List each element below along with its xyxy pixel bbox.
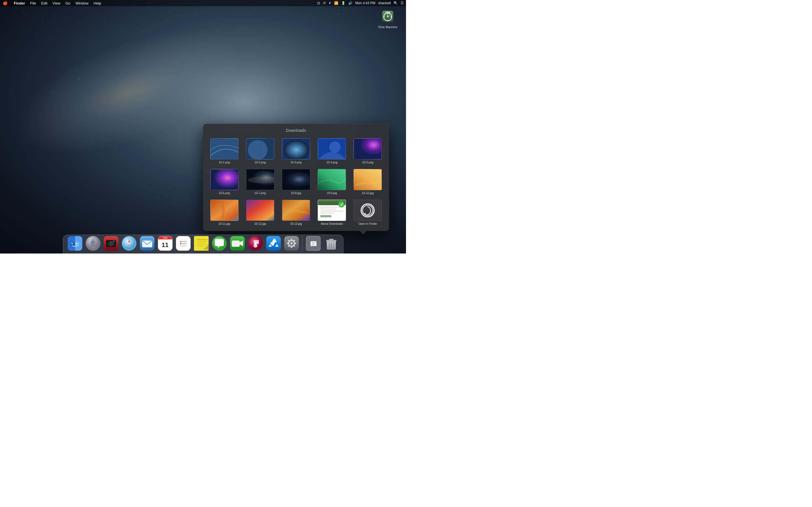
apple-menu[interactable]: 🍎: [2, 1, 8, 5]
file-item-10-1[interactable]: 10-1.png: [207, 137, 241, 165]
battery-icon: 🔋: [341, 1, 345, 5]
file-item-10-2[interactable]: 10-2.png: [243, 137, 277, 165]
file-item-10-11[interactable]: 10-11.jpg: [207, 199, 241, 226]
svg-rect-81: [182, 241, 186, 242]
svg-point-56: [72, 243, 73, 243]
dock-item-stickies[interactable]: [193, 235, 210, 252]
file-label-10-6: 10-6.png: [219, 191, 230, 194]
file-label-10-9: 10-9.jpg: [327, 191, 337, 194]
dock-item-calendar[interactable]: JUN 11: [157, 235, 174, 252]
volume-icon: 🔊: [348, 1, 352, 5]
dock-item-safari[interactable]: [121, 235, 138, 252]
downloads-grid: 10-1.png 10-2.png: [207, 137, 385, 226]
file-label-10-8: 10-8.jpg: [291, 191, 301, 194]
search-icon[interactable]: 🔍: [394, 1, 398, 5]
file-label-10-5: 10-5.png: [362, 161, 373, 164]
svg-point-54: [71, 243, 73, 244]
svg-rect-108: [294, 242, 296, 244]
downloads-dock-icon: [306, 236, 320, 251]
edit-menu[interactable]: Edit: [41, 1, 48, 5]
svg-rect-60: [91, 244, 95, 246]
dock-item-photobooth[interactable]: [103, 235, 119, 252]
menubar-right: ⊡ ↺ ✦ 📶 🔋 🔊 Mon 4:43 PM shackett 🔍 ☰: [317, 1, 404, 5]
file-item-10-9[interactable]: 10-9.jpg: [315, 168, 349, 196]
svg-rect-41: [320, 209, 337, 210]
svg-rect-106: [291, 239, 292, 240]
file-item-open-in-finder[interactable]: Open in Finder: [351, 199, 385, 226]
file-item-10-5[interactable]: 10-5.png: [351, 137, 385, 165]
file-item-about-downloads[interactable]: About Downloads: [315, 199, 349, 226]
file-item-10-7[interactable]: 10-7.png: [243, 168, 277, 196]
svg-rect-117: [310, 241, 316, 246]
svg-rect-68: [113, 240, 115, 242]
svg-rect-90: [197, 244, 207, 245]
file-item-10-13[interactable]: 10-13.jpg: [279, 199, 313, 226]
file-label-10-2: 10-2.png: [255, 161, 266, 164]
svg-rect-83: [182, 243, 186, 244]
svg-rect-21: [211, 169, 239, 190]
notification-icon[interactable]: ☰: [401, 1, 404, 5]
svg-point-15: [284, 140, 309, 159]
dock-item-mail[interactable]: [139, 235, 156, 252]
dock-separator: [302, 235, 303, 249]
thumb-10-5: [354, 138, 382, 159]
file-item-10-6[interactable]: 10-6.png: [207, 168, 241, 196]
svg-point-67: [111, 243, 112, 243]
svg-point-55: [76, 243, 77, 244]
dock-item-launchpad[interactable]: [85, 235, 101, 252]
dock: JUN 11: [63, 235, 343, 253]
file-label-10-11: 10-11.jpg: [218, 222, 231, 225]
dock-item-facetime[interactable]: [229, 235, 246, 252]
go-menu[interactable]: Go: [65, 1, 71, 5]
dock-item-trash[interactable]: [323, 235, 340, 252]
svg-point-57: [77, 243, 77, 243]
dock-item-sysprefs[interactable]: [283, 235, 300, 252]
svg-rect-110: [291, 246, 292, 248]
dock-item-itunes[interactable]: [247, 235, 264, 252]
svg-rect-95: [232, 240, 240, 247]
dock-item-reminders[interactable]: [175, 235, 192, 252]
thumb-10-9: [318, 169, 346, 190]
svg-rect-89: [197, 242, 206, 243]
calendar-icon: JUN 11: [158, 236, 172, 251]
help-menu[interactable]: Help: [93, 1, 102, 5]
dock-item-downloads[interactable]: [305, 235, 322, 252]
facetime-icon: [230, 236, 245, 251]
file-menu[interactable]: File: [30, 1, 37, 5]
svg-rect-91: [197, 246, 204, 247]
mail-icon: [140, 236, 154, 251]
downloads-popup-title: Downloads: [207, 128, 385, 133]
view-menu[interactable]: View: [52, 1, 61, 5]
file-label-about-downloads: About Downloads: [321, 222, 343, 225]
file-item-10-10[interactable]: 10-10.jpg: [351, 168, 385, 196]
thumb-open-finder: [354, 200, 382, 221]
file-item-10-4[interactable]: 10-4.png: [315, 137, 349, 165]
svg-point-59: [92, 240, 94, 244]
svg-rect-87: [197, 239, 207, 240]
file-item-10-12[interactable]: 10-12.jpg: [243, 199, 277, 226]
file-item-10-8[interactable]: 10-8.jpg: [279, 168, 313, 196]
time-machine-icon-image: [380, 8, 396, 24]
window-menu[interactable]: Window: [75, 1, 89, 5]
dock-item-messages[interactable]: [211, 235, 228, 252]
thumb-10-10: [354, 169, 382, 190]
stickies-icon: [194, 236, 209, 251]
file-label-10-4: 10-4.png: [326, 161, 337, 164]
thumb-10-12: [246, 200, 274, 221]
file-label-10-3: 10-3.png: [290, 161, 301, 164]
messages-icon: [212, 236, 227, 251]
time-machine-label: Time Machine: [378, 25, 398, 29]
svg-point-52: [71, 242, 75, 246]
svg-rect-43: [320, 213, 334, 214]
thumb-10-4: [318, 138, 346, 159]
file-item-10-3[interactable]: 10-3.png: [279, 137, 313, 165]
finder-menu[interactable]: Finder: [13, 1, 26, 5]
file-label-10-10: 10-10.jpg: [362, 191, 374, 194]
thumb-10-11: [210, 200, 239, 221]
airplay-icon: ⊡: [317, 1, 320, 5]
svg-point-84: [180, 245, 181, 246]
dock-item-appstore[interactable]: [265, 235, 282, 252]
dock-item-finder[interactable]: [66, 235, 84, 252]
thumb-10-1: [210, 138, 239, 159]
time-machine-desktop-icon[interactable]: Time Machine: [378, 8, 398, 29]
